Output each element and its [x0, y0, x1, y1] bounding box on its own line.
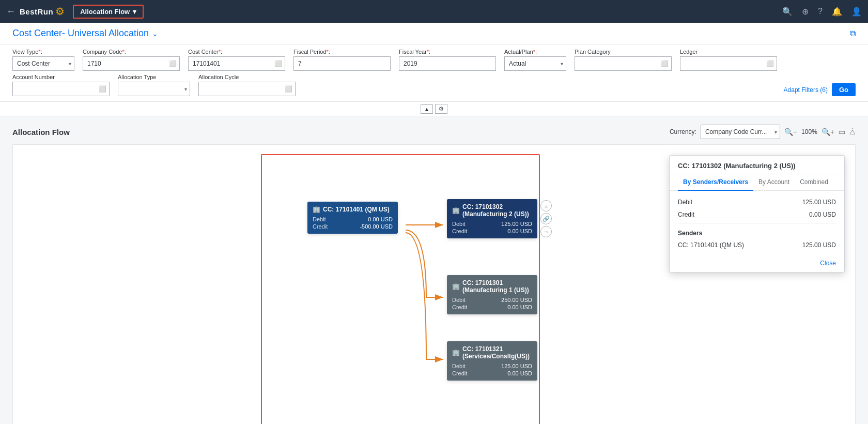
- allocation-cycle-group: Allocation Cycle ⬜: [198, 74, 296, 96]
- user-icon[interactable]: 👤: [851, 7, 862, 17]
- plan-category-input[interactable]: [575, 56, 672, 71]
- popup-credit-label: Credit: [678, 211, 694, 218]
- allocation-type-label: Allocation Type: [118, 74, 190, 80]
- plan-category-group: Plan Category ⬜: [575, 49, 672, 71]
- cost-center-input[interactable]: [188, 56, 285, 71]
- popup-tab-by-account[interactable]: By Account: [753, 174, 795, 191]
- actual-plan-select[interactable]: Actual: [504, 56, 566, 71]
- sender-credit-label: Credit: [313, 223, 328, 230]
- sender-node[interactable]: 🏢 CC: 17101401 (QM US) Debit 0.00 USD Cr…: [307, 202, 398, 234]
- popup-sender-value: 125.00 USD: [802, 241, 836, 249]
- search-icon[interactable]: 🔍: [782, 7, 793, 17]
- adapt-filters-link[interactable]: Adapt Filters (6): [784, 86, 828, 94]
- zoom-out-icon[interactable]: 🔍−: [784, 128, 797, 136]
- external-link-icon[interactable]: ⧉: [850, 29, 856, 38]
- allocation-cycle-input[interactable]: [198, 82, 296, 96]
- back-button[interactable]: ←: [6, 6, 16, 17]
- popup-senders-label: Senders: [678, 225, 836, 239]
- receiver3-node-title: CC: 17101321(Services/Consltg(US)): [462, 345, 530, 360]
- popup-tab-senders-receivers[interactable]: By Senders/Receivers: [678, 174, 753, 191]
- ledger-group: Ledger ⬜: [680, 49, 777, 71]
- receiver3-credit-value: 0.00 USD: [507, 370, 532, 376]
- view-type-label: View Type*:: [12, 49, 74, 55]
- receiver2-debit-value: 250.00 USD: [501, 297, 532, 303]
- fiscal-year-label: Fiscal Year*:: [399, 49, 496, 55]
- zoom-percent: 100%: [801, 128, 817, 135]
- fiscal-period-label: Fiscal Period*:: [293, 49, 391, 55]
- receiver3-node[interactable]: 🏢 CC: 17101321(Services/Consltg(US)) Deb…: [447, 341, 537, 381]
- brand-name: BestRun: [20, 7, 53, 16]
- fiscal-period-group: Fiscal Period*:: [293, 49, 391, 71]
- toolbar-right: Currency: Company Code Curr... ▾ 🔍− 100%…: [670, 125, 856, 139]
- company-code-expand-icon[interactable]: ⬜: [169, 60, 177, 67]
- receiver1-node-title: CC: 17101302(Manufacturing 2 (US)): [462, 203, 529, 218]
- zoom-in-icon[interactable]: 🔍+: [822, 128, 834, 136]
- allocation-type-group: Allocation Type ▾: [118, 74, 190, 96]
- company-code-input[interactable]: [83, 56, 180, 71]
- nav-icons: 🔍 ⊕ ? 🔔 👤: [782, 7, 862, 17]
- cost-center-expand-icon[interactable]: ⬜: [274, 60, 282, 67]
- filters-row-1: View Type*: Cost Center ▾ Company Code*:…: [12, 49, 856, 71]
- page-title-chevron: ⌄: [152, 29, 158, 38]
- expand-icon[interactable]: ⧊: [849, 128, 856, 137]
- receiver2-credit-label: Credit: [452, 304, 467, 310]
- go-button[interactable]: Go: [832, 83, 856, 96]
- fiscal-year-input[interactable]: [399, 56, 496, 71]
- receiver3-node-icon: 🏢: [452, 349, 460, 356]
- popup-divider: [678, 223, 836, 223]
- receiver3-debit-label: Debit: [452, 363, 466, 369]
- section-header: Allocation Flow Currency: Company Code C…: [12, 125, 856, 139]
- receiver2-node[interactable]: 🏢 CC: 17101301(Manufacturing 1 (US)) Deb…: [447, 275, 537, 314]
- popup-debit-row: Debit 125.00 USD: [678, 196, 836, 208]
- receiver1-debit-value: 125.00 USD: [501, 221, 532, 227]
- ledger-label: Ledger: [680, 49, 777, 55]
- node-list-icon[interactable]: ≡: [540, 200, 552, 211]
- plan-category-label: Plan Category: [575, 49, 672, 55]
- nav-title-button[interactable]: Allocation Flow ▾: [73, 5, 144, 19]
- popup-close-button[interactable]: Close: [820, 260, 836, 267]
- nav-title-label: Allocation Flow: [80, 8, 130, 16]
- view-type-select[interactable]: Cost Center: [12, 56, 74, 71]
- page-title[interactable]: Cost Center- Universal Allocation ⌄: [12, 28, 158, 39]
- allocation-type-select[interactable]: [118, 82, 190, 96]
- ledger-input[interactable]: [680, 56, 777, 71]
- receiver1-credit-label: Credit: [452, 228, 467, 234]
- bell-icon[interactable]: 🔔: [832, 7, 842, 17]
- node-link-icon[interactable]: 🔗: [540, 213, 552, 224]
- page-header: Cost Center- Universal Allocation ⌄ ⧉: [0, 23, 868, 44]
- currency-select[interactable]: Company Code Curr...: [701, 125, 780, 139]
- popup-tab-combined[interactable]: Combined: [795, 174, 833, 191]
- ledger-expand-icon[interactable]: ⬜: [766, 60, 774, 67]
- account-number-label: Account Number: [12, 74, 110, 80]
- popup-credit-row: Credit 0.00 USD: [678, 208, 836, 221]
- popup-body: Debit 125.00 USD Credit 0.00 USD Senders…: [670, 191, 844, 256]
- account-number-input[interactable]: [12, 82, 110, 96]
- node-arrow-icon[interactable]: →: [540, 226, 552, 237]
- fiscal-year-group: Fiscal Year*:: [399, 49, 496, 71]
- sender-credit-value: -500.00 USD: [360, 223, 393, 230]
- fiscal-period-input[interactable]: [293, 56, 391, 71]
- receiver2-credit-value: 0.00 USD: [507, 304, 532, 310]
- filters-area: View Type*: Cost Center ▾ Company Code*:…: [0, 44, 868, 102]
- popup-sender-name: CC: 17101401 (QM US): [678, 241, 744, 249]
- allocation-cycle-expand-icon[interactable]: ⬜: [285, 85, 292, 93]
- currency-select-wrap: Company Code Curr... ▾: [701, 125, 780, 139]
- company-code-label: Company Code*:: [83, 49, 180, 55]
- flow-canvas: 🏢 CC: 17101401 (QM US) Debit 0.00 USD Cr…: [12, 144, 856, 424]
- plan-category-expand-icon[interactable]: ⬜: [661, 60, 669, 67]
- main-content: Allocation Flow Currency: Company Code C…: [0, 116, 868, 424]
- popup-sender-row: CC: 17101401 (QM US) 125.00 USD: [678, 239, 836, 251]
- brand: BestRun ⚙: [20, 5, 65, 18]
- receiver2-node-icon: 🏢: [452, 283, 460, 290]
- receiver2-node-title: CC: 17101301(Manufacturing 1 (US)): [462, 279, 529, 294]
- collapse-settings-button[interactable]: ⚙: [435, 104, 447, 114]
- popup-tabs: By Senders/Receivers By Account Combined: [670, 174, 844, 191]
- receiver1-action-icons: ≡ 🔗 →: [540, 200, 552, 237]
- grid-icon[interactable]: ⊕: [802, 7, 809, 17]
- collapse-up-button[interactable]: ▲: [421, 104, 433, 114]
- help-icon[interactable]: ?: [818, 7, 823, 16]
- view-mode-icon[interactable]: ▭: [839, 128, 845, 136]
- receiver1-node[interactable]: 🏢 CC: 17101302(Manufacturing 2 (US)) Deb…: [447, 199, 537, 238]
- sender-debit-value: 0.00 USD: [368, 216, 393, 222]
- account-number-expand-icon[interactable]: ⬜: [99, 85, 106, 93]
